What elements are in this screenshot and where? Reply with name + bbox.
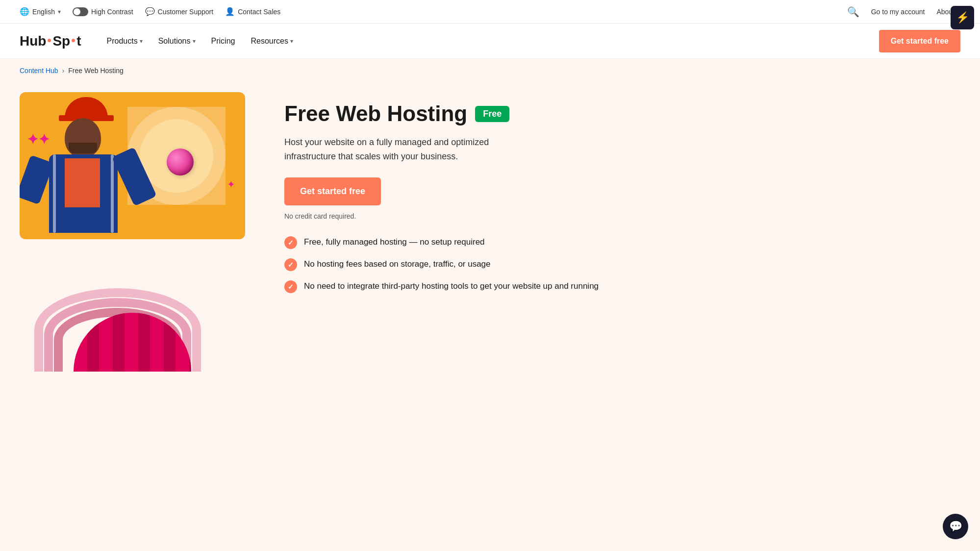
arm-right bbox=[112, 147, 157, 206]
breadcrumb-current: Free Web Hosting bbox=[68, 67, 124, 75]
hat-top bbox=[65, 97, 108, 118]
bottom-decoration bbox=[20, 254, 245, 372]
top-utility-bar: 🌐 English ▾ High Contrast 💬 Customer Sup… bbox=[0, 0, 980, 24]
jacket-stripe-left bbox=[53, 154, 56, 233]
product-description: Host your website on a fully managed and… bbox=[284, 135, 539, 164]
feature-item-2: ✓ No hosting fees based on storage, traf… bbox=[284, 258, 667, 271]
person-figure bbox=[29, 95, 167, 239]
product-title: Free Web Hosting bbox=[284, 102, 467, 125]
customer-support-label: Customer Support bbox=[158, 8, 214, 16]
language-selector[interactable]: 🌐 English ▾ bbox=[20, 7, 61, 16]
sparkle-left-icon: ✦✦ bbox=[27, 131, 50, 148]
high-contrast-toggle[interactable]: High Contrast bbox=[73, 7, 133, 16]
solutions-chevron-icon: ▾ bbox=[193, 38, 196, 45]
sparkle-right-icon: ✦ bbox=[227, 178, 235, 190]
support-chat-icon: 💬 bbox=[145, 7, 155, 16]
top-bar-left: 🌐 English ▾ High Contrast 💬 Customer Sup… bbox=[20, 7, 280, 16]
go-to-account-label: Go to my account bbox=[871, 8, 925, 16]
high-contrast-label: High Contrast bbox=[91, 8, 133, 16]
breadcrumb-parent-link[interactable]: Content Hub bbox=[20, 67, 58, 75]
go-to-account-link[interactable]: Go to my account bbox=[871, 8, 925, 16]
main-navigation: HubSpt Products ▾ Solutions ▾ Pricing Re… bbox=[0, 24, 980, 59]
check-icon-3: ✓ bbox=[284, 280, 297, 293]
free-badge: Free bbox=[475, 106, 509, 122]
inner-shirt bbox=[65, 158, 100, 207]
logo-o-dot bbox=[48, 39, 51, 42]
main-content: ✦✦ ✦ Free Web Hosting Free Host your web… bbox=[0, 82, 686, 401]
contact-sales-link[interactable]: 👤 Contact Sales bbox=[225, 7, 280, 16]
check-icon-1: ✓ bbox=[284, 236, 297, 249]
cta-get-started-button[interactable]: Get started free bbox=[284, 177, 381, 205]
hero-image: ✦✦ ✦ bbox=[20, 92, 245, 239]
top-bar-right: 🔍 Go to my account About ▾ bbox=[847, 6, 960, 18]
product-title-row: Free Web Hosting Free bbox=[284, 102, 667, 125]
customer-support-link[interactable]: 💬 Customer Support bbox=[145, 7, 214, 16]
search-button[interactable]: 🔍 bbox=[847, 6, 859, 18]
feature-text-1: Free, fully managed hosting — no setup r… bbox=[304, 236, 485, 249]
nav-solutions-label: Solutions bbox=[158, 37, 191, 46]
nav-resources-label: Resources bbox=[251, 37, 288, 46]
resources-chevron-icon: ▾ bbox=[290, 38, 293, 45]
nav-resources[interactable]: Resources ▾ bbox=[245, 33, 299, 50]
right-section: Free Web Hosting Free Host your website … bbox=[284, 92, 667, 372]
nav-left: HubSpt Products ▾ Solutions ▾ Pricing Re… bbox=[20, 33, 299, 50]
feature-item-3: ✓ No need to integrate third-party hosti… bbox=[284, 280, 667, 293]
feature-text-2: No hosting fees based on storage, traffi… bbox=[304, 258, 491, 271]
nav-items: Products ▾ Solutions ▾ Pricing Resources… bbox=[101, 33, 299, 50]
nav-get-started-button[interactable]: Get started free bbox=[879, 30, 960, 52]
hero-image-background: ✦✦ ✦ bbox=[20, 92, 245, 239]
nav-solutions[interactable]: Solutions ▾ bbox=[152, 33, 201, 50]
breadcrumb-separator: › bbox=[62, 67, 65, 75]
contact-sales-label: Contact Sales bbox=[238, 8, 280, 16]
hotjar-widget[interactable]: ⚡ bbox=[951, 6, 974, 29]
contrast-switch[interactable] bbox=[73, 7, 88, 16]
hubspot-logo[interactable]: HubSpt bbox=[20, 33, 81, 49]
hotjar-icon: ⚡ bbox=[956, 11, 969, 24]
check-icon-2: ✓ bbox=[284, 258, 297, 271]
breadcrumb: Content Hub › Free Web Hosting bbox=[0, 59, 980, 82]
feature-text-3: No need to integrate third-party hosting… bbox=[304, 280, 599, 293]
features-list: ✓ Free, fully managed hosting — no setup… bbox=[284, 236, 667, 293]
nav-pricing-label: Pricing bbox=[211, 37, 235, 46]
products-chevron-icon: ▾ bbox=[140, 38, 143, 45]
beard bbox=[69, 143, 97, 153]
logo-o-dot2 bbox=[72, 39, 75, 42]
left-section: ✦✦ ✦ bbox=[20, 92, 255, 372]
pink-gem-ball bbox=[167, 149, 194, 175]
globe-icon: 🌐 bbox=[20, 7, 29, 16]
pink-semicircle bbox=[74, 313, 191, 372]
nav-pricing[interactable]: Pricing bbox=[205, 33, 241, 50]
feature-item-1: ✓ Free, fully managed hosting — no setup… bbox=[284, 236, 667, 249]
pink-stripes-decoration bbox=[74, 313, 191, 372]
no-credit-card-notice: No credit card required. bbox=[284, 212, 667, 220]
nav-products[interactable]: Products ▾ bbox=[101, 33, 149, 50]
contact-sales-icon: 👤 bbox=[225, 7, 235, 16]
nav-products-label: Products bbox=[107, 37, 138, 46]
language-label: English bbox=[32, 8, 55, 16]
jacket-stripe-right bbox=[111, 154, 114, 233]
language-chevron-icon: ▾ bbox=[58, 8, 61, 15]
